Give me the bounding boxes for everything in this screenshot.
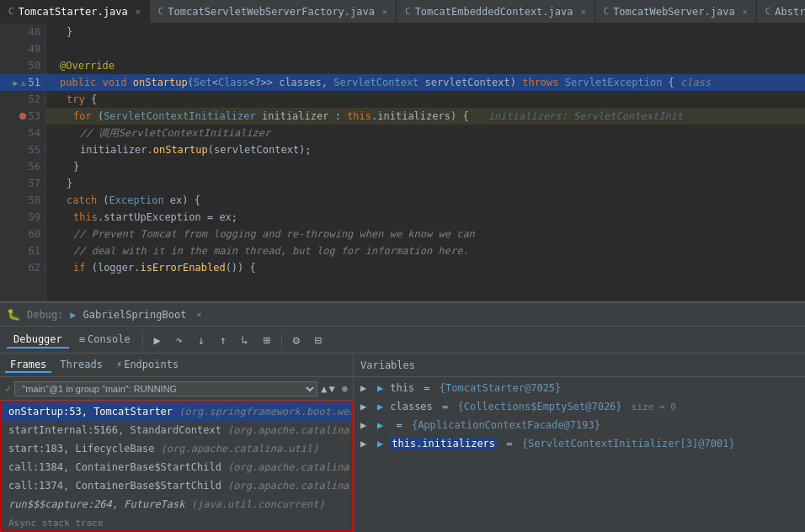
var-item-classes[interactable]: ▶ ▶ classes = {Collections$EmptySet@7026… — [354, 397, 805, 416]
var-icon-context: ▶ — [377, 419, 383, 431]
line-num-52: 52 — [29, 93, 40, 105]
step-over-button[interactable]: ↷ — [170, 331, 189, 349]
code-line-58: catch (Exception ex) { — [46, 192, 805, 209]
debug-session-close[interactable]: ✕ — [196, 310, 201, 319]
line-num-55: 55 — [29, 144, 40, 156]
variables-panel: Variables ▶ ▶ this = {TomcatStarter@7025… — [354, 354, 805, 532]
thread-down-button[interactable]: ▼ — [329, 383, 335, 395]
thread-arrows: ▲ ▼ — [321, 383, 334, 395]
step-into-button[interactable]: ↓ — [192, 331, 211, 349]
endpoints-tab[interactable]: ⚡ Endpoints — [111, 358, 184, 373]
code-line-51: public void onStartup(Set<Class<?>> clas… — [46, 74, 805, 91]
filter-button[interactable]: ⊛ — [342, 383, 348, 395]
gutter-60: 60 — [0, 226, 45, 242]
tab-console[interactable]: ≡ Console — [72, 332, 137, 348]
debug-title-bar: 🐛 Debug: ▶ GabrielSpringBoot ✕ — [0, 303, 805, 327]
code-editor: 48 49 50 ▶ ⚠ 51 52 53 54 55 56 57 58 59 … — [0, 24, 805, 301]
java-file-icon-2: C — [158, 6, 164, 17]
frame-item-1[interactable]: startInternal:5166, StandardContext (org… — [2, 421, 351, 439]
code-line-50: @Override — [46, 57, 805, 74]
var-item-context[interactable]: ▶ ▶ = {ApplicationContextFacade@7193} — [354, 416, 805, 434]
var-item-this[interactable]: ▶ ▶ this = {TomcatStarter@7025} — [354, 379, 805, 397]
restore-button[interactable]: ⊟ — [309, 331, 328, 349]
tab-label-2: TomcatServletWebServerFactory.java — [168, 6, 375, 18]
frame-pkg-3: (org.apache.catalina.core) — [227, 461, 351, 473]
gutter-56: 56 — [0, 158, 45, 175]
var-expand-icon-2: ▶ — [360, 401, 374, 412]
variables-title: Variables — [360, 359, 415, 371]
gutter-58: 58 — [0, 192, 45, 209]
tab-debugger[interactable]: Debugger — [7, 332, 69, 348]
frames-list: onStartup:53, TomcatStarter (org.springf… — [2, 402, 351, 516]
line-num-51: 51 — [29, 77, 40, 88]
frames-tab[interactable]: Frames — [5, 358, 51, 373]
evaluate-button[interactable]: ⊞ — [258, 331, 276, 349]
line-num-58: 58 — [29, 194, 40, 206]
line-num-60: 60 — [29, 228, 40, 240]
line-num-49: 49 — [29, 43, 40, 55]
frames-panel: Frames Threads ⚡ Endpoints ✓ "main"@1 in… — [0, 354, 354, 532]
thread-selector: ✓ "main"@1 in group "main": RUNNING ▲ ▼ … — [0, 377, 353, 401]
variables-list: ▶ ▶ this = {TomcatStarter@7025} ▶ ▶ clas… — [354, 377, 805, 532]
tab-close-icon-3[interactable]: ✕ — [580, 7, 585, 16]
java-file-icon-3: C — [405, 6, 411, 17]
debug-session-icon: 🐛 — [7, 308, 20, 321]
tab-tomcat-webserver[interactable]: C TomcatWebServer.java ✕ — [595, 0, 757, 23]
var-item-initializers[interactable]: ▶ ▶ this.initializers = {ServletContextI… — [354, 434, 805, 453]
debug-session-icon-2: ▶ — [70, 309, 76, 321]
frame-item-5[interactable]: run$$$capture:264, FutureTask (java.util… — [2, 495, 351, 513]
gutter-59: 59 — [0, 209, 45, 226]
frame-pkg-4: (org.apache.catalina.core) — [227, 480, 351, 492]
frame-item-3[interactable]: call:1384, ContainerBase$StartChild (org… — [2, 458, 351, 476]
run-to-cursor-button[interactable]: ↳ — [236, 331, 254, 349]
frame-name-3: call:1384, ContainerBase$StartChild — [8, 461, 227, 473]
gutter-49: 49 — [0, 40, 45, 57]
line-num-57: 57 — [29, 178, 40, 189]
debug-title-label: Debug: — [27, 309, 63, 321]
gutter-57: 57 — [0, 175, 45, 192]
tab-close-icon-4[interactable]: ✕ — [743, 7, 748, 16]
tab-close-icon[interactable]: ✕ — [136, 7, 141, 16]
tab-tomcat-starter[interactable]: C TomcatStarter.java ✕ — [0, 0, 150, 23]
line-num-54: 54 — [29, 127, 40, 139]
code-line-60: // Prevent Tomcat from logging and re-th… — [46, 226, 805, 242]
tab-close-icon-2[interactable]: ✕ — [382, 7, 387, 16]
java-file-icon-5: C — [765, 6, 771, 17]
frame-name-1: startInternal:5166, StandardContext — [8, 424, 227, 436]
variables-header: Variables — [354, 354, 805, 377]
frame-item-4[interactable]: call:1374, ContainerBase$StartChild (org… — [2, 476, 351, 495]
frame-pkg-0: (org.springframework.boot.web.embedded.t… — [179, 406, 351, 418]
frames-sub-toolbar: Frames Threads ⚡ Endpoints — [0, 354, 353, 377]
tab-label-4: TomcatWebServer.java — [613, 6, 735, 18]
frame-item-0[interactable]: onStartup:53, TomcatStarter (org.springf… — [2, 402, 351, 421]
thread-running-icon: ✓ — [5, 383, 11, 395]
line-num-48: 48 — [29, 26, 40, 38]
code-line-62: if (logger.isErrorEnabled()) { — [46, 259, 805, 276]
settings-button[interactable]: ⚙ — [287, 331, 306, 349]
java-file-icon: C — [8, 6, 14, 17]
code-line-61: // deal with it in the main thread, but … — [46, 242, 805, 259]
code-line-56: } — [46, 158, 805, 175]
gutter-48: 48 — [0, 24, 45, 40]
tab-embedded-context[interactable]: C TomcatEmbeddedContext.java ✕ — [397, 0, 595, 23]
code-line-48: } — [46, 24, 805, 40]
var-expand-icon: ▶ — [360, 382, 374, 394]
debug-panel: 🐛 Debug: ▶ GabrielSpringBoot ✕ Debugger … — [0, 301, 805, 532]
step-out-button[interactable]: ↑ — [214, 331, 232, 349]
code-line-57: } — [46, 175, 805, 192]
resume-button[interactable]: ▶ — [148, 331, 167, 349]
tab-tomcat-servlet[interactable]: C TomcatServletWebServerFactory.java ✕ — [150, 0, 397, 23]
threads-tab[interactable]: Threads — [55, 358, 108, 373]
var-expand-icon-4: ▶ — [360, 438, 374, 450]
gutter-61: 61 — [0, 242, 45, 259]
gutter-51: ▶ ⚠ 51 — [0, 74, 45, 91]
endpoints-icon: ⚡ — [116, 359, 122, 370]
async-stack-label: Async stack trace — [2, 516, 351, 530]
frame-item-2[interactable]: start:183, LifecycleBase (org.apache.cat… — [2, 439, 351, 458]
thread-dropdown[interactable]: "main"@1 in group "main": RUNNING — [14, 381, 317, 396]
gutter-55: 55 — [0, 141, 45, 158]
code-line-53: for (ServletContextInitializer initializ… — [46, 108, 805, 125]
thread-up-button[interactable]: ▲ — [321, 383, 327, 395]
breakpoint-53[interactable] — [19, 113, 26, 120]
tab-abstract-servlet[interactable]: C AbstractServletW... ✕ — [757, 0, 805, 23]
